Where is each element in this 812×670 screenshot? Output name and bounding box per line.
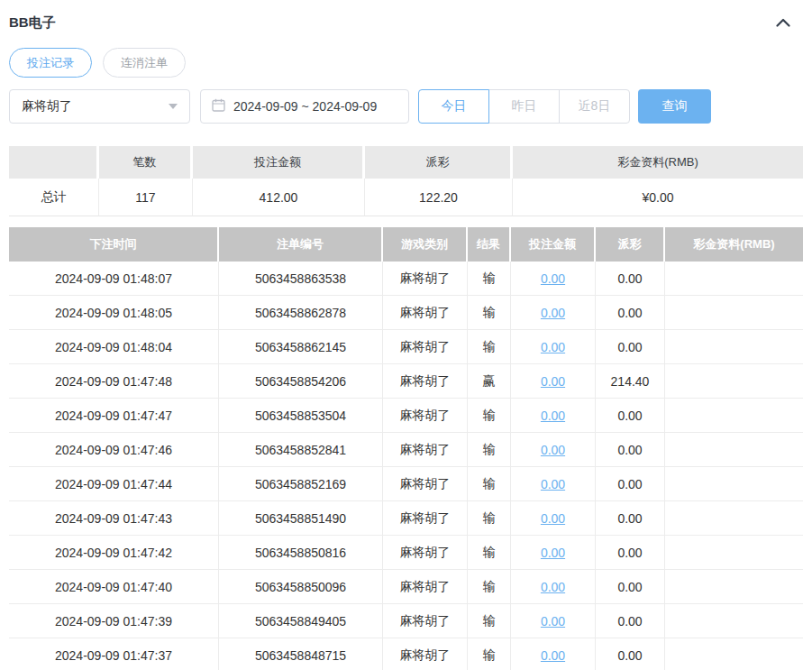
cell-game: 麻将胡了 (383, 262, 468, 295)
collapse-button[interactable] (772, 14, 794, 32)
date-range-input[interactable]: 2024-09-09 ~ 2024-09-09 (200, 89, 409, 124)
page: BB电子 投注记录连消注单 麻将胡了 2024-09-09 ~ 2024-09-… (0, 0, 812, 670)
cell-game: 麻将胡了 (383, 433, 468, 466)
cell-result: 输 (468, 604, 511, 638)
tab-bet-records[interactable]: 投注记录 (9, 48, 92, 78)
cell-order: 5063458862878 (219, 296, 383, 329)
table-row: 2024-09-09 01:47:485063458854206麻将胡了赢0.0… (9, 364, 803, 399)
cell-bet: 0.00 (511, 330, 596, 363)
cell-payout: 214.40 (596, 364, 665, 398)
cell-payout: 0.00 (596, 501, 665, 535)
page-title: BB电子 (9, 14, 56, 32)
cell-bet: 0.00 (511, 433, 596, 466)
cell-bet: 0.00 (511, 570, 596, 603)
bet-amount-link[interactable]: 0.00 (541, 306, 565, 320)
bet-amount-link[interactable]: 0.00 (541, 648, 565, 663)
cell-time: 2024-09-09 01:47:40 (9, 570, 219, 603)
cell-payout: 0.00 (596, 399, 665, 432)
column-header-result: 结果 (468, 227, 511, 262)
filter-bar: 麻将胡了 2024-09-09 ~ 2024-09-09 今日昨日近8日 查询 (9, 89, 803, 124)
cell-time: 2024-09-09 01:47:39 (9, 604, 219, 638)
bet-amount-link[interactable]: 0.00 (541, 614, 565, 629)
bet-amount-link[interactable]: 0.00 (541, 443, 565, 457)
bet-amount-link[interactable]: 0.00 (541, 340, 565, 354)
table-row: 2024-09-09 01:48:055063458862878麻将胡了输0.0… (9, 296, 803, 330)
summary-payout-value: 122.20 (365, 179, 513, 216)
cell-order: 5063458849405 (219, 604, 383, 638)
quick-date-buttons: 今日昨日近8日 (418, 89, 630, 124)
column-header-payout: 派彩 (596, 227, 665, 262)
cell-game: 麻将胡了 (383, 467, 468, 500)
cell-game: 麻将胡了 (383, 638, 468, 670)
column-header-bet: 投注金额 (511, 227, 596, 262)
cell-payout: 0.00 (596, 433, 665, 466)
bet-amount-link[interactable]: 0.00 (541, 477, 565, 491)
cell-bet: 0.00 (511, 638, 596, 670)
cell-bonus (665, 570, 803, 603)
cell-game: 麻将胡了 (383, 330, 468, 363)
last-8-days-button[interactable]: 近8日 (559, 89, 630, 124)
game-select-value: 麻将胡了 (22, 98, 72, 115)
cell-result: 输 (468, 399, 511, 432)
cell-order: 5063458853504 (219, 399, 383, 432)
cell-payout: 0.00 (596, 638, 665, 670)
summary-total-label: 总计 (9, 179, 99, 216)
cell-bonus (665, 364, 803, 398)
cell-order: 5063458850096 (219, 570, 383, 603)
cell-order: 5063458850816 (219, 536, 383, 569)
cell-game: 麻将胡了 (383, 399, 468, 432)
records-table: 下注时间注单编号游戏类别结果投注金额派彩彩金资料(RMB) 2024-09-09… (9, 227, 803, 670)
summary-header-count: 笔数 (99, 146, 193, 179)
game-select[interactable]: 麻将胡了 (9, 89, 190, 124)
tabs: 投注记录连消注单 (9, 48, 803, 78)
table-row: 2024-09-09 01:48:045063458862145麻将胡了输0.0… (9, 330, 803, 364)
cell-result: 输 (468, 262, 511, 295)
cell-order: 5063458854206 (219, 364, 383, 398)
bet-amount-link[interactable]: 0.00 (541, 408, 565, 423)
cell-bet: 0.00 (511, 364, 596, 398)
cell-bonus (665, 604, 803, 638)
cell-result: 输 (468, 638, 511, 670)
page-header: BB电子 (9, 11, 803, 34)
table-row: 2024-09-09 01:47:425063458850816麻将胡了输0.0… (9, 536, 803, 570)
cell-bonus (665, 399, 803, 432)
summary-bet-amount-value: 412.00 (193, 179, 365, 216)
bet-amount-link[interactable]: 0.00 (541, 546, 565, 560)
cell-game: 麻将胡了 (383, 501, 468, 535)
bet-amount-link[interactable]: 0.00 (541, 511, 565, 526)
bet-amount-link[interactable]: 0.00 (541, 271, 565, 286)
column-header-game: 游戏类别 (383, 227, 468, 262)
cell-payout: 0.00 (596, 262, 665, 295)
cell-result: 输 (468, 501, 511, 535)
tab-cancelled-orders[interactable]: 连消注单 (103, 48, 186, 78)
bet-amount-link[interactable]: 0.00 (541, 374, 565, 389)
cell-result: 输 (468, 536, 511, 569)
cell-order: 5063458862145 (219, 330, 383, 363)
table-row: 2024-09-09 01:47:465063458852841麻将胡了输0.0… (9, 433, 803, 467)
chevron-up-icon (776, 14, 790, 31)
table-row: 2024-09-09 01:47:405063458850096麻将胡了输0.0… (9, 570, 803, 604)
today-button[interactable]: 今日 (418, 89, 489, 124)
cell-game: 麻将胡了 (383, 570, 468, 603)
cell-bonus (665, 536, 803, 569)
cell-result: 赢 (468, 364, 511, 398)
summary-bonus-value: ¥0.00 (513, 179, 803, 216)
cell-order: 5063458852841 (219, 433, 383, 466)
cell-order: 5063458851490 (219, 501, 383, 535)
column-header-time: 下注时间 (9, 227, 219, 262)
query-button[interactable]: 查询 (638, 89, 711, 124)
cell-bonus (665, 501, 803, 535)
cell-bonus (665, 433, 803, 466)
cell-payout: 0.00 (596, 467, 665, 500)
cell-bet: 0.00 (511, 296, 596, 329)
bet-amount-link[interactable]: 0.00 (541, 580, 565, 594)
cell-game: 麻将胡了 (383, 604, 468, 638)
yesterday-button[interactable]: 昨日 (488, 89, 560, 124)
cell-bonus (665, 262, 803, 295)
date-range-value: 2024-09-09 ~ 2024-09-09 (233, 99, 377, 114)
cell-time: 2024-09-09 01:47:43 (9, 501, 219, 535)
cell-payout: 0.00 (596, 536, 665, 569)
cell-bonus (665, 467, 803, 500)
cell-time: 2024-09-09 01:47:47 (9, 399, 219, 432)
table-row: 2024-09-09 01:47:445063458852169麻将胡了输0.0… (9, 467, 803, 501)
